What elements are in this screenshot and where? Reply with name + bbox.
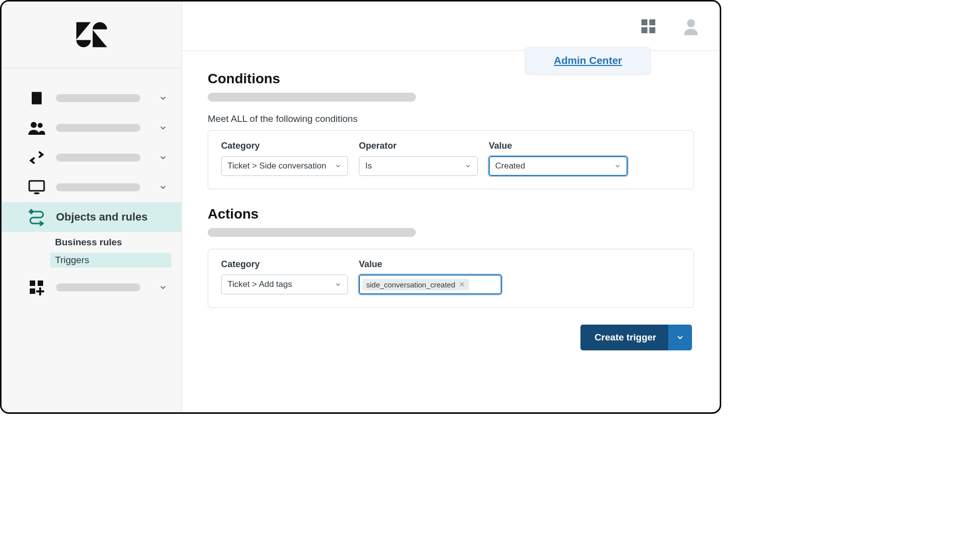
svg-rect-2	[29, 181, 44, 191]
select-value: Ticket > Side conversation	[228, 161, 326, 171]
svg-point-0	[31, 122, 37, 128]
subnav-item-triggers[interactable]: Triggers	[50, 253, 172, 268]
svg-point-3	[34, 192, 40, 194]
create-trigger-dropdown-button[interactable]	[668, 325, 692, 350]
monitor-icon	[26, 180, 47, 195]
conditions-subheading: Meet ALL of the following conditions	[208, 113, 694, 124]
svg-rect-6	[38, 280, 43, 286]
arrows-horizontal-icon	[26, 151, 47, 164]
condition-value-label: Value	[489, 141, 628, 151]
placeholder	[56, 124, 140, 132]
action-tags-input[interactable]: side_conversation_created ✕	[359, 275, 502, 294]
placeholder	[56, 154, 140, 162]
placeholder	[56, 283, 140, 291]
chevron-down-icon	[676, 333, 685, 342]
sidebar-nav: Objects and rules Business rules Trigger…	[1, 68, 181, 302]
sidebar-item-workspaces[interactable]	[1, 172, 181, 202]
svg-point-14	[687, 19, 695, 27]
subnav-heading: Business rules	[55, 232, 172, 253]
condition-category-label: Category	[221, 141, 348, 151]
sidebar-item-apps[interactable]	[1, 273, 181, 302]
logo	[1, 1, 181, 68]
apps-grid-icon[interactable]	[639, 17, 657, 35]
svg-rect-10	[641, 19, 647, 25]
placeholder	[208, 228, 416, 237]
svg-rect-5	[30, 280, 35, 286]
sidebar-item-objects-and-rules[interactable]: Objects and rules	[1, 202, 181, 232]
footer-actions: Create trigger	[208, 325, 694, 350]
profile-icon[interactable]	[682, 17, 700, 35]
sidebar-item-channels[interactable]	[1, 143, 181, 172]
actions-title: Actions	[208, 206, 694, 222]
action-category-select[interactable]: Ticket > Add tags	[221, 275, 348, 294]
select-value: Ticket > Add tags	[228, 280, 292, 289]
chevron-down-icon	[159, 94, 168, 103]
chevron-down-icon	[159, 123, 168, 132]
condition-category-select[interactable]: Ticket > Side conversation	[221, 156, 348, 176]
chevron-down-icon	[614, 163, 621, 169]
sidebar-item-label: Objects and rules	[56, 211, 148, 224]
chevron-down-icon	[335, 163, 342, 169]
create-trigger-button[interactable]: Create trigger	[580, 325, 670, 350]
actions-panel: Category Ticket > Add tags Value side_co…	[208, 249, 694, 308]
zendesk-logo-icon	[76, 22, 107, 48]
topbar	[182, 1, 720, 51]
workflow-icon	[26, 208, 47, 226]
chevron-down-icon	[159, 283, 168, 292]
svg-point-1	[38, 123, 43, 128]
building-icon	[26, 91, 47, 106]
sidebar-subnav: Business rules Triggers	[1, 232, 181, 268]
placeholder	[56, 183, 140, 191]
content: Conditions Meet ALL of the following con…	[182, 51, 720, 412]
sidebar-item-account[interactable]	[1, 83, 181, 113]
main: Admin Center Conditions Meet ALL of the …	[182, 1, 720, 412]
select-value: Is	[365, 161, 372, 171]
tag-chip: side_conversation_created ✕	[362, 279, 469, 290]
condition-operator-select[interactable]: Is	[359, 156, 478, 176]
people-icon	[26, 121, 47, 135]
action-category-label: Category	[221, 259, 348, 270]
admin-center-popover: Admin Center	[525, 47, 650, 74]
chevron-down-icon	[335, 281, 342, 288]
admin-center-link[interactable]: Admin Center	[554, 55, 622, 66]
svg-rect-12	[641, 27, 647, 33]
apps-add-icon	[26, 280, 47, 295]
condition-operator-label: Operator	[359, 141, 478, 151]
chevron-down-icon	[159, 153, 168, 162]
select-value: Created	[495, 161, 525, 171]
svg-rect-7	[30, 288, 35, 294]
chevron-down-icon	[464, 163, 471, 169]
placeholder	[56, 94, 140, 102]
sidebar: Objects and rules Business rules Trigger…	[1, 1, 182, 412]
svg-rect-11	[649, 19, 655, 25]
svg-rect-9	[36, 290, 44, 292]
condition-value-select[interactable]: Created	[489, 156, 628, 176]
conditions-panel: Category Ticket > Side conversation Oper…	[208, 130, 694, 189]
svg-rect-13	[649, 27, 655, 33]
remove-tag-icon[interactable]: ✕	[459, 280, 465, 288]
tag-text: side_conversation_created	[366, 280, 455, 289]
action-value-label: Value	[359, 259, 502, 270]
placeholder	[208, 93, 416, 102]
sidebar-item-people[interactable]	[1, 113, 181, 143]
chevron-down-icon	[159, 183, 168, 192]
